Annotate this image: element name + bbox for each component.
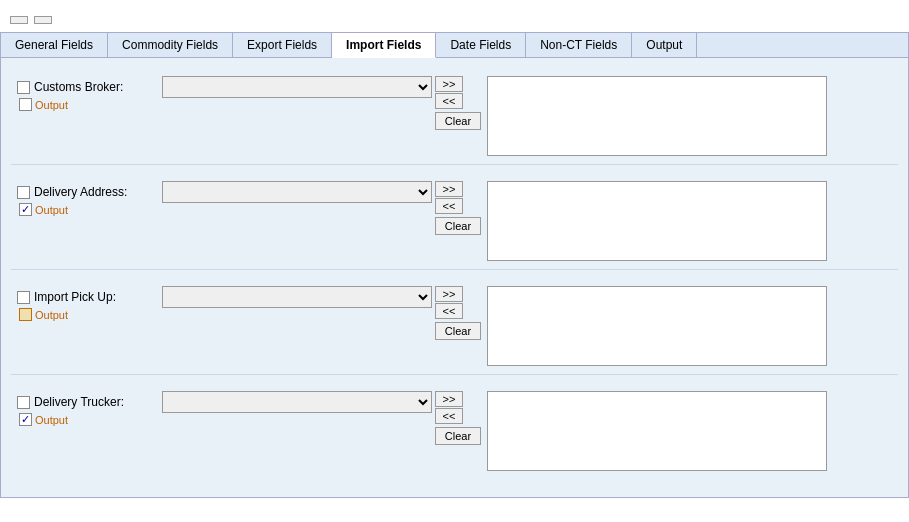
tab-date[interactable]: Date Fields [436, 33, 526, 57]
output-checkbox-delivery-address[interactable] [19, 203, 32, 216]
clear-button-delivery-address[interactable]: Clear [435, 217, 481, 235]
field-row-delivery-trucker: Delivery Trucker:Output>><<Clear [11, 383, 898, 479]
right-box-customs-broker [487, 76, 827, 156]
field-label-delivery-trucker: Delivery Trucker: [34, 395, 124, 409]
right-box-delivery-trucker [487, 391, 827, 471]
clear-button-delivery-trucker[interactable]: Clear [435, 427, 481, 445]
field-checkbox-delivery-trucker[interactable] [17, 396, 30, 409]
tab-import[interactable]: Import Fields [332, 33, 436, 58]
right-box-import-pickup [487, 286, 827, 366]
forward-button-import-pickup[interactable]: >> [435, 286, 463, 302]
backward-button-delivery-trucker[interactable]: << [435, 408, 463, 424]
output-label-delivery-address: Output [35, 204, 68, 216]
field-label-import-pickup: Import Pick Up: [34, 290, 116, 304]
content-area: Customs Broker:Output>><<ClearDelivery A… [0, 57, 909, 498]
field-label-customs-broker: Customs Broker: [34, 80, 123, 94]
tab-commodity[interactable]: Commodity Fields [108, 33, 233, 57]
generate-result-button[interactable] [34, 16, 52, 24]
select-delivery-trucker[interactable] [162, 391, 432, 413]
field-row-import-pickup: Import Pick Up:Output>><<Clear [11, 278, 898, 375]
tab-export[interactable]: Export Fields [233, 33, 332, 57]
forward-button-delivery-address[interactable]: >> [435, 181, 463, 197]
clear-button-import-pickup[interactable]: Clear [435, 322, 481, 340]
output-label-delivery-trucker: Output [35, 414, 68, 426]
output-checkbox-delivery-trucker[interactable] [19, 413, 32, 426]
select-customs-broker[interactable] [162, 76, 432, 98]
field-row-customs-broker: Customs Broker:Output>><<Clear [11, 68, 898, 165]
field-checkbox-customs-broker[interactable] [17, 81, 30, 94]
output-label-import-pickup: Output [35, 309, 68, 321]
tab-general[interactable]: General Fields [1, 33, 108, 57]
select-delivery-address[interactable] [162, 181, 432, 203]
label-col-import-pickup: Import Pick Up:Output [17, 286, 162, 321]
select-import-pickup[interactable] [162, 286, 432, 308]
clear-button-customs-broker[interactable]: Clear [435, 112, 481, 130]
right-box-delivery-address [487, 181, 827, 261]
backward-button-delivery-address[interactable]: << [435, 198, 463, 214]
tab-bar: General FieldsCommodity FieldsExport Fie… [0, 32, 909, 57]
output-checkbox-customs-broker[interactable] [19, 98, 32, 111]
backward-button-import-pickup[interactable]: << [435, 303, 463, 319]
output-checkbox-import-pickup[interactable] [19, 308, 32, 321]
backward-button-customs-broker[interactable]: << [435, 93, 463, 109]
label-col-delivery-address: Delivery Address:Output [17, 181, 162, 216]
output-label-customs-broker: Output [35, 99, 68, 111]
field-checkbox-import-pickup[interactable] [17, 291, 30, 304]
tab-nonct[interactable]: Non-CT Fields [526, 33, 632, 57]
forward-button-delivery-trucker[interactable]: >> [435, 391, 463, 407]
field-row-delivery-address: Delivery Address:Output>><<Clear [11, 173, 898, 270]
toolbar [0, 12, 909, 32]
label-col-customs-broker: Customs Broker:Output [17, 76, 162, 111]
reset-form-button[interactable] [10, 16, 28, 24]
page-title [0, 0, 909, 12]
forward-button-customs-broker[interactable]: >> [435, 76, 463, 92]
field-label-delivery-address: Delivery Address: [34, 185, 127, 199]
tab-output[interactable]: Output [632, 33, 697, 57]
field-checkbox-delivery-address[interactable] [17, 186, 30, 199]
label-col-delivery-trucker: Delivery Trucker:Output [17, 391, 162, 426]
